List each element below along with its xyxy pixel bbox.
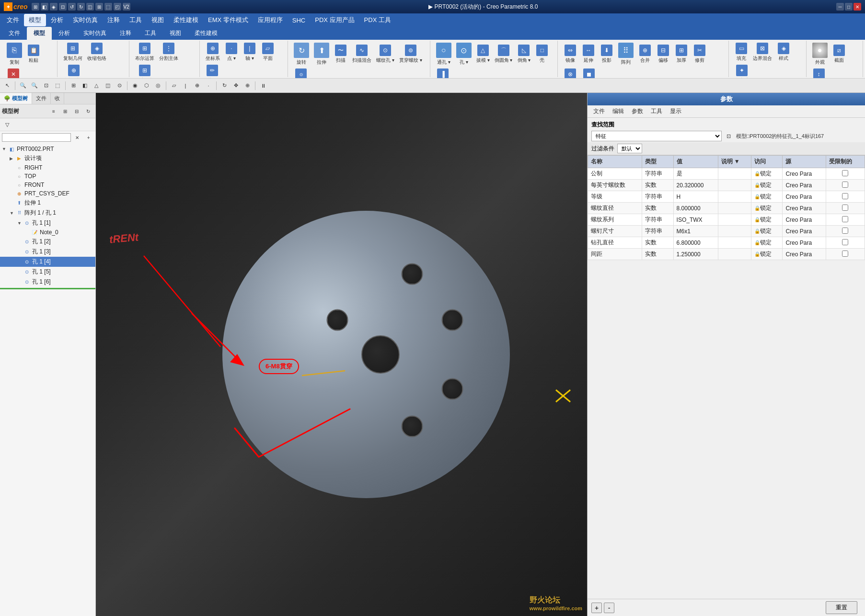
table-row[interactable]: 螺纹系列 字符串 ISO_TWX 🔒锁定 Creo Para bbox=[588, 214, 865, 226]
btn-paste[interactable]: 📋 粘贴 bbox=[25, 44, 42, 65]
titlebar-btn-9[interactable]: ⬚ bbox=[104, 3, 112, 11]
panel-tab-collect[interactable]: 收 bbox=[51, 93, 64, 104]
titlebar-btn-7[interactable]: ◫ bbox=[86, 3, 94, 11]
tree-refresh-btn[interactable]: ↻ bbox=[83, 106, 93, 116]
btn-solidify[interactable]: ◼ 实体化 bbox=[580, 68, 598, 78]
tree-item-hole3[interactable]: ⊙ 孔 1 [3] bbox=[0, 247, 95, 257]
btn-blend[interactable]: ∿ 扫描混合 bbox=[350, 44, 373, 65]
cell-restricted[interactable] bbox=[826, 168, 865, 180]
ribbon-tab-file[interactable]: 文件 bbox=[2, 27, 27, 40]
filter-clear-btn[interactable]: ✕ bbox=[72, 132, 82, 143]
tree-item-pattern1[interactable]: ▼ ⠿ 阵列 1 / 孔 1 bbox=[0, 208, 95, 218]
tree-item-top[interactable]: ○ TOP bbox=[0, 172, 95, 181]
tree-filter-icon[interactable]: ▽ bbox=[2, 119, 12, 130]
tree-item-extrude1[interactable]: ⬆ 拉伸 1 bbox=[0, 198, 95, 208]
tb-zoom-fit[interactable]: ⊡ bbox=[41, 80, 51, 91]
btn-project[interactable]: ⬇ 投影 bbox=[598, 44, 615, 65]
maximize-btn[interactable]: □ bbox=[845, 3, 853, 11]
btn-foursplit[interactable]: ⊞ 四边分割 bbox=[133, 64, 156, 78]
tree-item-csys[interactable]: ⊕ PRT_CSYS_DEF bbox=[0, 189, 95, 198]
tb-select[interactable]: ↖ bbox=[2, 80, 12, 91]
btn-section[interactable]: ⧄ 截面 bbox=[830, 44, 848, 65]
ribbon-tab-model[interactable]: 模型 bbox=[27, 27, 52, 40]
ribbon-tab-tools[interactable]: 工具 bbox=[138, 27, 163, 40]
menu-view[interactable]: 视图 bbox=[147, 14, 169, 26]
tb-zoom[interactable]: ⊕ bbox=[242, 80, 253, 91]
dialog-menu-edit[interactable]: 编辑 bbox=[609, 106, 628, 116]
tree-item-note0[interactable]: 📝 Note_0 bbox=[0, 228, 95, 237]
ribbon-tab-realtime[interactable]: 实时仿真 bbox=[77, 27, 113, 40]
tree-item-right[interactable]: ○ RIGHT bbox=[0, 163, 95, 172]
btn-delete[interactable]: ✕ 删除 bbox=[5, 68, 22, 78]
ribbon-tab-annot[interactable]: 注释 bbox=[113, 27, 138, 40]
tb-zoom-out[interactable]: 🔍 bbox=[29, 80, 40, 91]
btn-axis[interactable]: | 轴 ▾ bbox=[241, 42, 258, 63]
btn-fillet[interactable]: ⌒ 倒圆角 ▾ bbox=[493, 44, 515, 65]
btn-boundary-blend[interactable]: ⊠ 边界混合 bbox=[751, 42, 774, 63]
btn-shrink[interactable]: ◈ 收缩包络 bbox=[85, 42, 108, 63]
tree-expand-btn[interactable]: ⊞ bbox=[60, 106, 70, 116]
filter-select[interactable]: 默认 bbox=[617, 144, 642, 153]
titlebar-btn-6[interactable]: ↻ bbox=[77, 3, 85, 11]
tb-view3[interactable]: △ bbox=[91, 80, 102, 91]
btn-through-hole[interactable]: ○ 通孔 ▾ bbox=[434, 42, 453, 67]
tree-item-root[interactable]: ▼ ◧ PRT0002.PRT bbox=[0, 145, 95, 153]
tb-view2[interactable]: ◧ bbox=[80, 80, 90, 91]
filter-input[interactable] bbox=[2, 133, 71, 142]
tb-zoom-in[interactable]: 🔍 bbox=[18, 80, 28, 91]
btn-countersink[interactable]: ⌾ 沉头孔 bbox=[292, 68, 310, 78]
btn-fill[interactable]: ▭ 填充 bbox=[733, 42, 750, 63]
table-row[interactable]: 每英寸螺纹数 实数 20.320000 🔒锁定 Creo Para bbox=[588, 180, 865, 191]
tree-item-hole4[interactable]: ⊙ 孔 1 [4] bbox=[0, 257, 95, 267]
cell-restricted[interactable] bbox=[826, 226, 865, 237]
tree-settings-btn[interactable]: ≡ bbox=[48, 106, 59, 116]
ribbon-tab-flexible[interactable]: 柔性建模 bbox=[188, 27, 224, 40]
btn-point[interactable]: · 点 ▾ bbox=[223, 42, 240, 63]
remove-param-btn[interactable]: - bbox=[604, 603, 614, 613]
btn-thicken[interactable]: ⊞ 加厚 bbox=[673, 44, 690, 65]
btn-sweep[interactable]: 〜 扫描 bbox=[332, 44, 349, 65]
menu-model[interactable]: 模型 bbox=[24, 14, 46, 26]
viewport[interactable]: tRENt 6-M8贯穿 野火论坛 www.prowildfire.com bbox=[96, 93, 587, 616]
table-row[interactable]: 螺钉尺寸 字符串 M6x1 🔒锁定 Creo Para bbox=[588, 226, 865, 237]
tb-datum-csys[interactable]: ⊕ bbox=[192, 80, 202, 91]
table-row[interactable]: 螺纹直径 实数 8.000000 🔒锁定 Creo Para bbox=[588, 203, 865, 214]
dialog-menu-params[interactable]: 参数 bbox=[628, 106, 647, 116]
menu-applications[interactable]: 应用程序 bbox=[253, 14, 288, 26]
ribbon-tab-view[interactable]: 视图 bbox=[163, 27, 188, 40]
tree-item-hole5[interactable]: ⊙ 孔 1 [5] bbox=[0, 267, 95, 277]
tb-pause[interactable]: ⏸ bbox=[258, 80, 268, 91]
minimize-btn[interactable]: ─ bbox=[836, 3, 844, 11]
btn-array[interactable]: ⠿ 阵列 bbox=[616, 42, 635, 67]
titlebar-btn-10[interactable]: ◰ bbox=[114, 3, 121, 11]
btn-merge[interactable]: ⊕ 合并/继承 bbox=[61, 64, 86, 78]
btn-copy-geo[interactable]: ⊞ 复制几何 bbox=[61, 42, 84, 63]
reset-btn[interactable]: 重置 bbox=[826, 601, 857, 614]
btn-merge2[interactable]: ⊕ 合并 bbox=[636, 44, 654, 65]
titlebar-btn-2[interactable]: ◧ bbox=[41, 3, 48, 11]
close-btn[interactable]: ✕ bbox=[853, 3, 861, 11]
btn-freestyle[interactable]: ✦ 自由式 bbox=[733, 64, 751, 78]
menu-analysis[interactable]: 分析 bbox=[46, 14, 68, 26]
btn-intersect[interactable]: ⊗ 相交 bbox=[562, 68, 579, 78]
menu-annotation[interactable]: 注释 bbox=[103, 14, 125, 26]
cell-restricted[interactable] bbox=[826, 214, 865, 226]
menu-emx[interactable]: EMX 零件模式 bbox=[203, 14, 253, 26]
menu-shc[interactable]: SHC bbox=[288, 15, 310, 26]
tb-datum-planes[interactable]: ▱ bbox=[169, 80, 179, 91]
titlebar-btn-3[interactable]: ◈ bbox=[50, 3, 58, 11]
titlebar-btn-4[interactable]: ⊡ bbox=[59, 3, 67, 11]
tb-pan[interactable]: ✥ bbox=[231, 80, 241, 91]
menu-tools[interactable]: 工具 bbox=[125, 14, 147, 26]
dialog-menu-file[interactable]: 文件 bbox=[589, 106, 609, 116]
scope-select[interactable]: 特征 bbox=[591, 131, 722, 141]
add-param-btn[interactable]: + bbox=[591, 603, 602, 613]
tree-item-hole2[interactable]: ⊙ 孔 1 [2] bbox=[0, 237, 95, 247]
btn-csys[interactable]: ⊕ 坐标系 bbox=[204, 42, 222, 63]
cell-restricted[interactable] bbox=[826, 180, 865, 191]
tb-wireframe[interactable]: ⬡ bbox=[141, 80, 152, 91]
tb-datum-points[interactable]: · bbox=[203, 80, 214, 91]
tree-collapse-btn[interactable]: ⊟ bbox=[71, 106, 82, 116]
btn-trim[interactable]: ✂ 修剪 bbox=[691, 44, 708, 65]
tb-spin[interactable]: ↻ bbox=[219, 80, 230, 91]
